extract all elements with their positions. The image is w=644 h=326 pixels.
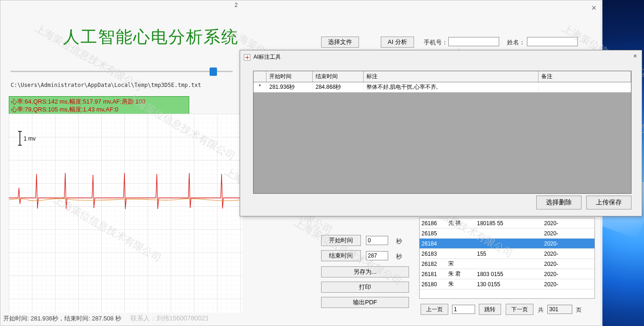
- sec-label: 秒: [396, 237, 402, 246]
- close-icon[interactable]: ×: [633, 52, 637, 60]
- cell-end: 284.868秒: [313, 82, 364, 92]
- table-row[interactable]: 26181朱 君1803 01552020-: [420, 269, 594, 279]
- cell-date: 2020-: [542, 271, 594, 277]
- ai-analyze-button[interactable]: AI 分析: [381, 37, 414, 48]
- cell-phone: 1803 0155: [475, 271, 542, 277]
- page-suffix: 页: [576, 306, 582, 314]
- cell-start: 281.936秒: [266, 82, 313, 92]
- name-input[interactable]: [527, 37, 578, 46]
- end-time-input[interactable]: [366, 251, 388, 260]
- grid-row[interactable]: * 281.936秒 284.868秒 整体不好,肌电干扰,心率不齐,: [254, 82, 631, 92]
- phone-input[interactable]: [448, 37, 499, 46]
- app-title: 人工智能心电分析系统: [63, 26, 239, 49]
- col-remark[interactable]: 备注: [539, 71, 631, 82]
- print-button[interactable]: 打印: [321, 282, 409, 293]
- cell-date: 2020-: [542, 281, 594, 288]
- cell-phone: 180185 55: [475, 220, 542, 227]
- slider-end-label: 2: [235, 2, 238, 8]
- cell-id: 26181: [420, 271, 446, 277]
- name-label: 姓名：: [507, 38, 525, 47]
- annotation-grid[interactable]: 开始时间 结束时间 标注 备注 * 281.936秒 284.868秒 整体不好…: [253, 71, 632, 194]
- ecg-metric-line: 心率:64,QRS:142 ms,幅度:517.97 mv,AF:房颤 100: [11, 98, 187, 105]
- app-icon: [244, 54, 250, 61]
- slider-track: [11, 71, 233, 72]
- footer-time: 开始时间: 281.936秒，结束时间: 287.508 秒: [3, 315, 121, 322]
- cell-id: 26182: [420, 261, 446, 267]
- total-label: 共: [538, 306, 544, 314]
- upload-save-button[interactable]: 上传保存: [586, 196, 632, 209]
- cell-id: 26183: [420, 251, 446, 257]
- select-file-button[interactable]: 选择文件: [321, 37, 359, 48]
- annotation-dialog: AI标注工具 × 开始时间 结束时间 标注 备注 * 281.936秒 284.…: [240, 50, 642, 216]
- file-path-label: C:\Users\Administrator\AppData\Local\Tem…: [11, 82, 201, 88]
- cell-name: 朱: [446, 280, 475, 288]
- col-annotation[interactable]: 标注: [364, 71, 539, 82]
- ecg-metrics-box: 心率:64,QRS:142 ms,幅度:517.97 mv,AF:房颤 100 …: [9, 96, 189, 115]
- page-input[interactable]: [452, 305, 475, 314]
- cell-phone: 155: [475, 251, 542, 257]
- footer-contact: 联系人：刘伟15600780021: [130, 314, 209, 322]
- phone-label: 手机号：: [424, 38, 448, 47]
- time-slider[interactable]: [11, 68, 233, 76]
- cell-id: 26184: [420, 240, 446, 247]
- table-row[interactable]: 26180朱130 01552020-: [420, 279, 594, 289]
- table-row[interactable]: 26183 1552020-: [420, 249, 594, 259]
- records-table[interactable]: 26186先 祺180185 552020-261852020-26184202…: [419, 218, 595, 299]
- next-page-button[interactable]: 下一页: [506, 304, 533, 315]
- grid-header: 开始时间 结束时间 标注 备注: [254, 71, 631, 82]
- cell-date: 2020-: [542, 261, 594, 267]
- footer-status: 开始时间: 281.936秒，结束时间: 287.508 秒 联系人：刘伟156…: [3, 314, 209, 323]
- cell-date: 2020-: [542, 251, 594, 257]
- slider-thumb[interactable]: [210, 68, 217, 76]
- pdf-button[interactable]: 输出PDF: [321, 297, 409, 308]
- cell-date: 2020-: [542, 220, 594, 227]
- end-time-label: 结束时间: [321, 250, 361, 261]
- prev-page-button[interactable]: 上一页: [421, 304, 448, 315]
- delete-selected-button[interactable]: 选择删除: [536, 196, 582, 209]
- cell-phone: 130 0155: [475, 281, 542, 288]
- ecg-plot: 1 mv: [9, 114, 242, 313]
- cell-name: 朱 君: [446, 270, 475, 278]
- ecg-metric-line: 心率:79,QRS:105 ms,幅度:1.43 mv,AF:0: [11, 105, 187, 113]
- cell-annotation: 整体不好,肌电干扰,心率不齐,: [364, 82, 539, 92]
- close-icon[interactable]: ×: [591, 3, 596, 13]
- table-row[interactable]: 26186先 祺180185 552020-: [420, 218, 594, 228]
- start-time-input[interactable]: [366, 236, 388, 245]
- total-pages: [547, 305, 572, 314]
- table-row[interactable]: 261842020-: [420, 239, 594, 249]
- table-row[interactable]: 261852020-: [420, 228, 594, 239]
- cell-name: 先 祺: [446, 219, 475, 227]
- dialog-title: AI标注工具: [244, 53, 281, 61]
- saveas-button[interactable]: 另存为...: [321, 266, 409, 277]
- table-row[interactable]: 26182宋2020-: [420, 259, 594, 269]
- cell-id: 26185: [420, 230, 446, 237]
- cell-name: 宋: [446, 260, 475, 268]
- start-time-label: 开始时间: [321, 235, 361, 246]
- svg-text:1 mv: 1 mv: [24, 135, 36, 142]
- jump-button[interactable]: 跳转: [479, 304, 501, 315]
- cell-date: 2020-: [542, 230, 594, 237]
- col-end[interactable]: 结束时间: [313, 71, 364, 82]
- cell-remark: [539, 82, 631, 92]
- cell-date: 2020-: [542, 240, 594, 247]
- sec-label: 秒: [396, 252, 402, 261]
- cell-id: 26186: [420, 220, 446, 227]
- svg-rect-1: [9, 114, 242, 313]
- col-start[interactable]: 开始时间: [266, 71, 313, 82]
- cell-id: 26180: [420, 281, 446, 288]
